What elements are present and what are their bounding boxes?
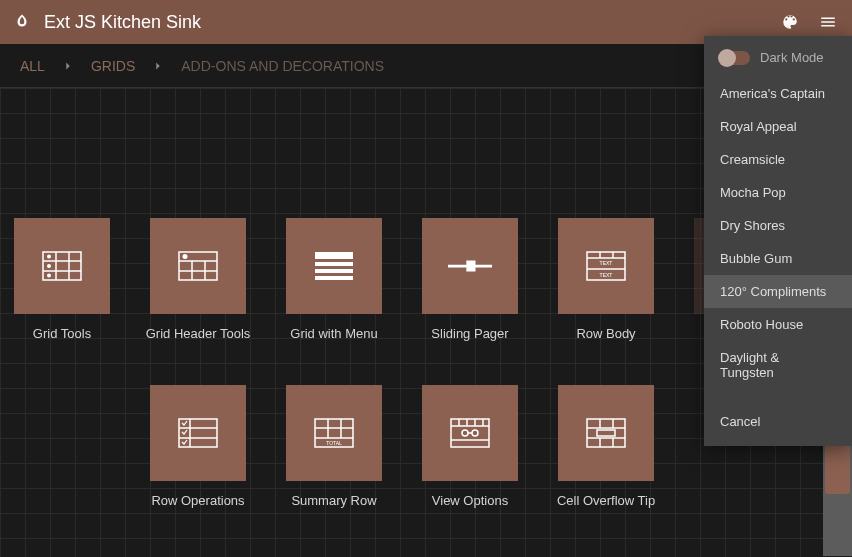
breadcrumb-all[interactable]: ALL [20,58,45,74]
page-title: Ext JS Kitchen Sink [44,12,201,33]
svg-point-44 [462,430,468,436]
theme-item-royal-appeal[interactable]: Royal Appeal [704,110,852,143]
svg-rect-16 [315,269,353,273]
svg-rect-17 [315,276,353,280]
dark-mode-toggle[interactable] [720,51,750,65]
tile-box [150,385,246,481]
theme-item-americas-captain[interactable]: America's Captain [704,77,852,110]
tile-summary-row[interactable]: TOTAL Summary Row [286,385,382,508]
tile-box: TOTAL [286,385,382,481]
scrollbar[interactable] [823,428,852,556]
svg-point-6 [47,264,51,268]
svg-text:TOTAL: TOTAL [326,440,342,446]
tile-box [422,218,518,314]
grid-tools-icon [40,250,84,282]
tile-row-operations[interactable]: Row Operations [150,385,246,508]
svg-point-13 [183,254,188,259]
row-operations-icon [176,417,220,449]
theme-item-creamsicle[interactable]: Creamsicle [704,143,852,176]
tile-cell-overflow-tip[interactable]: Cell Overflow Tip [558,385,654,508]
tile-grid-header-tools[interactable]: Grid Header Tools [150,218,246,341]
breadcrumb-grids[interactable]: GRIDS [91,58,135,74]
menu-divider [704,389,852,405]
svg-rect-15 [315,262,353,266]
tile-label: Grid with Menu [290,326,377,341]
theme-item-roboto-house[interactable]: Roboto House [704,308,852,341]
tile-label: Grid Tools [33,326,91,341]
view-options-icon [448,417,492,449]
app-logo [12,12,32,32]
theme-menu: Dark Mode America's Captain Royal Appeal… [704,36,852,446]
theme-item-daylight-tungsten[interactable]: Daylight & Tungsten [704,341,852,389]
svg-point-45 [472,430,478,436]
tile-label: Grid Header Tools [146,326,251,341]
tile-grid-tools[interactable]: Grid Tools [14,218,110,341]
tile-box [422,385,518,481]
tile-label: Row Body [576,326,635,341]
cancel-button[interactable]: Cancel [704,405,852,438]
theme-item-mocha-pop[interactable]: Mocha Pop [704,176,852,209]
tile-box [558,385,654,481]
chevron-right-icon [61,59,75,73]
theme-item-bubble-gum[interactable]: Bubble Gum [704,242,852,275]
svg-text:TEXT: TEXT [600,272,613,278]
svg-rect-54 [597,430,615,436]
tile-view-options[interactable]: View Options [422,385,518,508]
palette-icon[interactable] [778,10,802,34]
grid-header-tools-icon [176,250,220,282]
slider-icon [448,250,492,282]
svg-rect-19 [466,261,475,272]
svg-rect-14 [315,252,353,259]
tile-box: TEXTTEXT [558,218,654,314]
chevron-right-icon [151,59,165,73]
tile-grid-with-menu[interactable]: Grid with Menu [286,218,382,341]
svg-text:TEXT: TEXT [600,260,613,266]
breadcrumb-current[interactable]: ADD-ONS AND DECORATIONS [181,58,384,74]
tile-row-body[interactable]: TEXTTEXT Row Body [558,218,654,341]
theme-item-dry-shores[interactable]: Dry Shores [704,209,852,242]
theme-item-120-compliments[interactable]: 120° Compliments [704,275,852,308]
tile-label: View Options [432,493,508,508]
tile-label: Sliding Pager [431,326,508,341]
tile-box [150,218,246,314]
cell-overflow-icon [584,417,628,449]
tile-box [286,218,382,314]
header-actions [778,10,840,34]
tile-label: Row Operations [151,493,244,508]
svg-rect-47 [587,419,625,447]
tile-label: Cell Overflow Tip [557,493,655,508]
tile-label: Summary Row [291,493,376,508]
svg-point-7 [47,274,51,278]
tile-box [14,218,110,314]
dark-mode-row: Dark Mode [704,50,852,77]
dark-mode-label: Dark Mode [760,50,824,65]
toggle-knob [718,49,736,67]
summary-row-icon: TOTAL [312,417,356,449]
grid-menu-icon [312,250,356,282]
menu-icon[interactable] [816,10,840,34]
row-body-icon: TEXTTEXT [584,250,628,282]
tile-sliding-pager[interactable]: Sliding Pager [422,218,518,341]
svg-point-5 [47,255,51,259]
